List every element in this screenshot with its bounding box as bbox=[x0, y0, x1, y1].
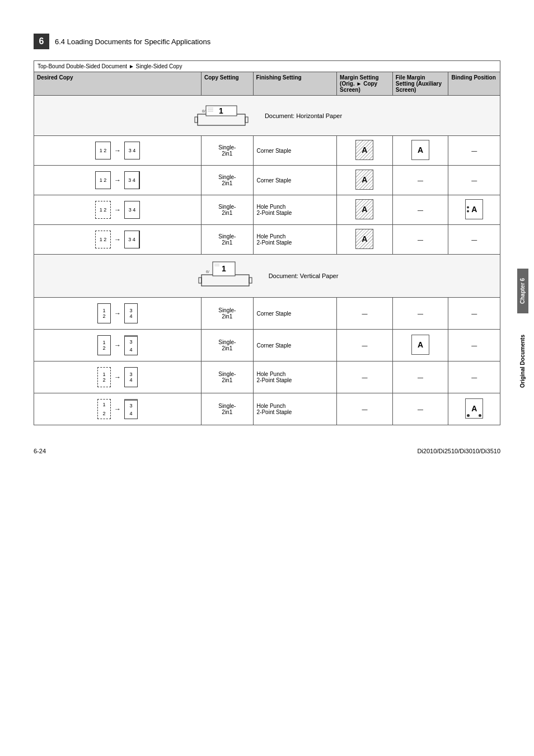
copy-setting-v2: Single-2in1 bbox=[202, 330, 254, 361]
page-left-h1: 1 2 bbox=[95, 142, 111, 159]
header-binding-position: Binding Position bbox=[448, 72, 500, 96]
arrow-h2: → bbox=[114, 176, 121, 184]
page-right-h2: 3 4 bbox=[124, 171, 140, 189]
doc-staple-h3: A bbox=[355, 199, 373, 219]
binding-pos-h2: — bbox=[448, 166, 500, 195]
finishing-setting-h4: Hole Punch2-Point Staple bbox=[253, 225, 337, 255]
copier-illustration-horizontal: 1 θ/ bbox=[192, 100, 254, 131]
finishing-setting-v2: Corner Staple bbox=[253, 330, 337, 361]
page-footer: 6-24 Di2010/Di2510/Di3010/Di3510 bbox=[0, 436, 534, 460]
header-copy-setting: Copy Setting bbox=[202, 72, 254, 96]
table-row: 12 → 34 Single-2in1 Hole Punch2-Point St… bbox=[34, 361, 500, 393]
binding-pos-v4: A bbox=[448, 393, 500, 425]
chapter-label: Chapter 6 bbox=[517, 269, 528, 313]
chapter-number: 6 bbox=[34, 34, 49, 49]
copy-setting-v4: Single-2in1 bbox=[202, 393, 254, 425]
doc-separator-inner-h: 1 θ/ Document: Horizontal Paper bbox=[39, 100, 495, 131]
page-left-v3: 12 bbox=[97, 367, 111, 387]
desired-copy-cell-h4: 1 2 → 3 4 bbox=[34, 225, 202, 255]
footer-right: Di2010/Di2510/Di3010/Di3510 bbox=[417, 448, 500, 454]
doc-staple-h1: A bbox=[355, 140, 373, 160]
dot2 bbox=[467, 210, 469, 213]
desired-copy-cell-v2: 12 → 3 4 bbox=[34, 330, 202, 361]
page-left-h2: 1 2 bbox=[95, 171, 111, 189]
binding-pos-v3: — bbox=[448, 361, 500, 393]
svg-text:1: 1 bbox=[222, 264, 226, 273]
dot1 bbox=[467, 206, 469, 209]
letter-a-h2: A bbox=[362, 175, 367, 184]
svg-text:1: 1 bbox=[219, 106, 223, 115]
copy-setting-v1: Single-2in1 bbox=[202, 298, 254, 330]
copy-illustration-v1: 12 → 34 bbox=[38, 300, 198, 327]
copy-illustration-h1: 1 2 → 3 4 bbox=[38, 138, 198, 163]
margin-setting-v2: — bbox=[337, 330, 393, 361]
file-margin-h1: A bbox=[392, 136, 448, 166]
doc-label-horizontal: Document: Horizontal Paper bbox=[265, 112, 342, 119]
binding-pos-h1: — bbox=[448, 136, 500, 166]
plain-a-icon-v2: A bbox=[411, 335, 429, 355]
finishing-setting-v3: Hole Punch2-Point Staple bbox=[253, 361, 337, 393]
file-margin-h3: — bbox=[392, 195, 448, 225]
copy-illustration-v2: 12 → 3 4 bbox=[38, 332, 198, 359]
copy-illustration-v4: 1 2 → 3 4 bbox=[38, 396, 198, 422]
finishing-setting-v1: Corner Staple bbox=[253, 298, 337, 330]
copy-setting-h3: Single-2in1 bbox=[202, 195, 254, 225]
plain-a-dots-h3: A bbox=[465, 199, 483, 219]
header-row: Desired Copy Copy Setting Finishing Sett… bbox=[34, 72, 500, 96]
arrow-v1: → bbox=[114, 309, 121, 317]
file-margin-icon-h1: A bbox=[411, 140, 429, 160]
letter-a-bp-h3: A bbox=[471, 205, 477, 214]
page-left-h4: 1 2 bbox=[95, 231, 111, 248]
svg-text:θ/: θ/ bbox=[206, 270, 209, 274]
desired-copy-cell-v3: 12 → 34 bbox=[34, 361, 202, 393]
page-header: 6 6.4 Loading Documents for Specific App… bbox=[0, 0, 534, 55]
page-right-v3: 34 bbox=[124, 367, 138, 387]
svg-text:θ/: θ/ bbox=[202, 109, 205, 113]
doc-separator-vertical: 1 θ/ Document: Vertical Paper bbox=[34, 255, 500, 298]
page: Chapter 6 Original Documents 6 6.4 Loadi… bbox=[0, 0, 534, 756]
copy-illustration-h4: 1 2 → 3 4 bbox=[38, 227, 198, 252]
binding-pos-v1: — bbox=[448, 298, 500, 330]
copy-illustration-v3: 12 → 34 bbox=[38, 364, 198, 391]
page-left-v4: 1 2 bbox=[97, 399, 111, 419]
letter-a-fm-v2: A bbox=[418, 340, 423, 349]
header-file-margin: File Margin Setting (Auxiliary Screen) bbox=[392, 72, 448, 96]
table-row: 1 2 → 3 4 Single-2in1 Corner Staple A bbox=[34, 166, 500, 195]
svg-rect-10 bbox=[199, 278, 202, 283]
page-right-v4: 3 4 bbox=[124, 399, 138, 419]
desired-copy-cell-h3: 1 2 → 3 4 bbox=[34, 195, 202, 225]
copy-setting-h1: Single-2in1 bbox=[202, 136, 254, 166]
header-finishing-setting: Finishing Setting bbox=[253, 72, 337, 96]
footer-left: 6-24 bbox=[34, 448, 46, 454]
main-content: Top-Bound Double-Sided Document ► Single… bbox=[0, 55, 534, 436]
letter-a-h4: A bbox=[362, 234, 367, 243]
table-row: 12 → 34 Single-2in1 Corner Staple — — — bbox=[34, 298, 500, 330]
svg-rect-9 bbox=[202, 275, 249, 286]
table-title: Top-Bound Double-Sided Document ► Single… bbox=[34, 61, 500, 72]
plain-a-icon-h1: A bbox=[411, 140, 429, 160]
margin-setting-h1: A bbox=[337, 136, 393, 166]
svg-rect-11 bbox=[249, 278, 252, 283]
copier-illustration-vertical: 1 θ/ bbox=[196, 259, 257, 293]
table-row: 1 2 → 3 4 Single-2in1 Hole Punch2-Point … bbox=[34, 195, 500, 225]
file-margin-v2: A bbox=[392, 330, 448, 361]
table-title-row: Top-Bound Double-Sided Document ► Single… bbox=[34, 61, 500, 72]
file-margin-icon-v2: A bbox=[411, 335, 429, 355]
arrow-h1: → bbox=[114, 147, 121, 154]
arrow-v4: → bbox=[114, 405, 121, 413]
letter-a-h1: A bbox=[362, 145, 367, 154]
dot-bottom-left-v4 bbox=[467, 414, 470, 417]
table-row: 1 2 → 3 4 Single-2in1 Hole Punch2-Point … bbox=[34, 393, 500, 425]
page-right-h1: 3 4 bbox=[124, 142, 140, 159]
table-row: 12 → 3 4 Single-2in1 Corner Staple — bbox=[34, 330, 500, 361]
letter-a-h3: A bbox=[362, 205, 367, 214]
doc-separator-inner-v: 1 θ/ Document: Vertical Paper bbox=[39, 259, 495, 293]
table-row: 1 2 → 3 4 Single-2in1 Corner Staple A bbox=[34, 136, 500, 166]
table-row: 1 2 → 3 4 Single-2in1 Hole Punch2-Point … bbox=[34, 225, 500, 255]
finishing-setting-h1: Corner Staple bbox=[253, 136, 337, 166]
binding-pos-h4: — bbox=[448, 225, 500, 255]
page-right-v1: 34 bbox=[124, 303, 138, 323]
page-left-h3: 1 2 bbox=[95, 201, 111, 219]
original-label: Original Documents bbox=[517, 319, 528, 403]
finishing-setting-h2: Corner Staple bbox=[253, 166, 337, 195]
